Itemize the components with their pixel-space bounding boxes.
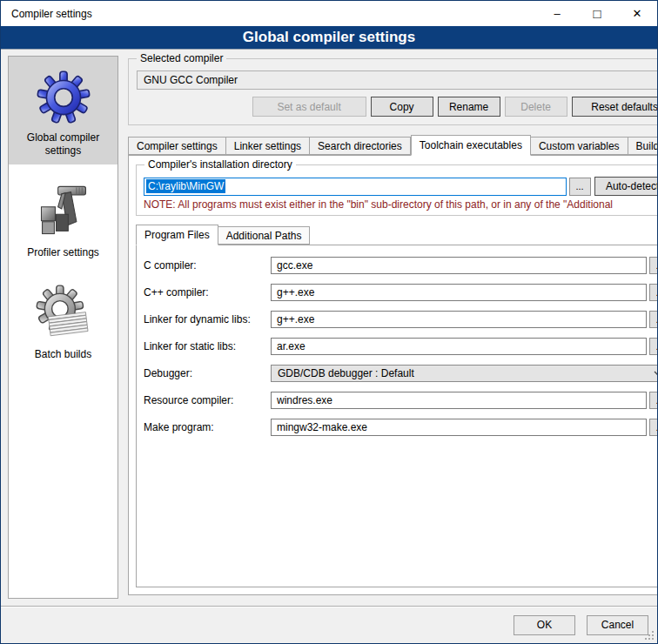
sidebar-item-global-compiler-settings[interactable]: Global compiler settings	[9, 57, 118, 164]
browse-button[interactable]: ...	[649, 338, 657, 355]
group-label: Compiler's installation directory	[144, 158, 296, 171]
sidebar-item-batch-builds[interactable]: Batch builds	[9, 273, 118, 368]
window-title: Compiler settings	[1, 8, 92, 20]
banner-title: Global compiler settings	[243, 29, 415, 46]
compiler-select-value: GNU GCC Compiler	[144, 74, 655, 86]
program-files-tabstrip: Program Files Additional Paths	[136, 225, 657, 245]
browse-button[interactable]: ...	[649, 257, 657, 274]
maximize-icon[interactable]: □	[577, 1, 617, 26]
rename-button[interactable]: Rename	[438, 97, 500, 117]
linker-static-row: Linker for static libs: ...	[144, 338, 657, 355]
tab-custom-variables[interactable]: Custom variables	[531, 137, 628, 155]
copy-button[interactable]: Copy	[371, 97, 433, 117]
browse-button[interactable]: ...	[649, 392, 657, 409]
installation-directory-input[interactable]: C:\raylib\MinGW	[144, 178, 567, 196]
ok-button[interactable]: OK	[514, 615, 575, 635]
sidebar-item-label: Global compiler settings	[10, 131, 116, 158]
c-compiler-row: C compiler: ...	[144, 257, 657, 274]
tab-linker-settings[interactable]: Linker settings	[226, 137, 310, 155]
chevron-down-icon	[654, 371, 657, 377]
debugger-select-value: GDB/CDB debugger : Default	[278, 367, 648, 379]
dialog-banner: Global compiler settings	[1, 26, 657, 50]
field-label: C++ compiler:	[144, 286, 271, 299]
set-as-default-button[interactable]: Set as default	[252, 97, 366, 117]
cpp-compiler-input[interactable]	[271, 284, 647, 301]
browse-button[interactable]: ...	[649, 311, 657, 328]
program-files-page: C compiler: ... C++ compiler: ... Linker…	[136, 245, 657, 587]
sidebar-item-label: Batch builds	[35, 348, 91, 361]
field-label: Debugger:	[144, 367, 271, 379]
compiler-select[interactable]: GNU GCC Compiler	[137, 70, 657, 90]
blue-gear-icon	[32, 64, 95, 127]
reset-defaults-button[interactable]: Reset defaults	[572, 97, 657, 117]
tab-toolchain-executables[interactable]: Toolchain executables	[411, 135, 531, 156]
make-program-input[interactable]	[271, 419, 647, 436]
field-label: C compiler:	[144, 259, 271, 272]
compiler-settings-dialog: Compiler settings – □ ✕ Global compiler …	[0, 0, 658, 644]
dialog-footer: OK Cancel	[1, 606, 657, 643]
resize-grip[interactable]	[644, 630, 655, 641]
sidebar-item-profiler-settings[interactable]: Profiler settings	[9, 171, 118, 266]
field-label: Resource compiler:	[144, 394, 271, 406]
settings-category-list: Global compiler settings	[8, 56, 118, 599]
field-label: Make program:	[144, 421, 271, 433]
debugger-select[interactable]: GDB/CDB debugger : Default	[271, 365, 657, 382]
minimize-icon[interactable]: –	[537, 1, 577, 26]
tab-program-files[interactable]: Program Files	[136, 225, 218, 245]
linker-dynamic-input[interactable]	[271, 311, 647, 328]
selected-compiler-group: Selected compiler GNU GCC Compiler Set a…	[128, 58, 657, 125]
cancel-button[interactable]: Cancel	[587, 615, 648, 635]
make-program-row: Make program: ...	[144, 419, 657, 436]
bin-subdirectory-note: NOTE: All programs must exist either in …	[144, 198, 657, 211]
auto-detect-button[interactable]: Auto-detect	[594, 177, 657, 196]
debugger-row: Debugger: GDB/CDB debugger : Default	[144, 365, 657, 382]
delete-button[interactable]: Delete	[505, 97, 567, 117]
resource-compiler-input[interactable]	[271, 392, 647, 409]
tab-build-options[interactable]: Build options	[628, 137, 657, 155]
browse-button[interactable]: ...	[649, 419, 657, 436]
browse-directory-button[interactable]: ...	[569, 178, 591, 196]
toolchain-executables-page: Compiler's installation directory C:\ray…	[128, 155, 657, 595]
c-compiler-input[interactable]	[271, 257, 647, 274]
field-label: Linker for dynamic libs:	[144, 313, 271, 325]
tab-compiler-settings[interactable]: Compiler settings	[128, 137, 226, 155]
sidebar-item-label: Profiler settings	[27, 246, 99, 259]
tab-additional-paths[interactable]: Additional Paths	[218, 226, 311, 245]
linker-static-input[interactable]	[271, 338, 647, 355]
title-bar: Compiler settings – □ ✕	[1, 1, 657, 26]
browse-button[interactable]: ...	[649, 284, 657, 301]
resource-compiler-row: Resource compiler: ...	[144, 392, 657, 409]
compiler-tabstrip: Compiler settings Linker settings Search…	[128, 135, 657, 155]
gear-stack-icon	[32, 281, 95, 344]
installation-directory-group: Compiler's installation directory C:\ray…	[136, 164, 657, 216]
installation-directory-value: C:\raylib\MinGW	[146, 179, 225, 193]
group-label: Selected compiler	[137, 52, 226, 64]
field-label: Linker for static libs:	[144, 340, 271, 352]
tab-search-directories[interactable]: Search directories	[310, 137, 411, 155]
close-icon[interactable]: ✕	[617, 1, 657, 26]
caliper-icon	[32, 179, 95, 242]
cpp-compiler-row: C++ compiler: ...	[144, 284, 657, 301]
linker-dynamic-row: Linker for dynamic libs: ...	[144, 311, 657, 328]
